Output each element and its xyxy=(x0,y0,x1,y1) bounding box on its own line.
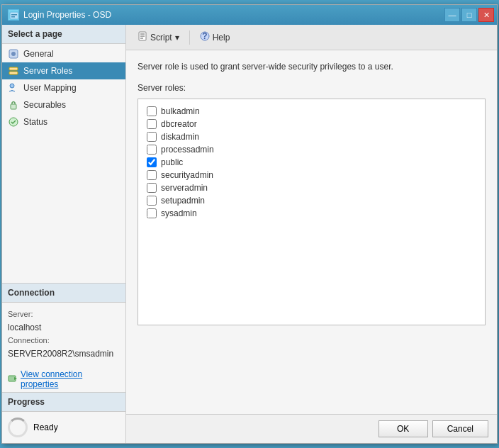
sidebar-item-server-roles-label: Server Roles xyxy=(23,66,72,76)
nav-list: General Server Roles User Mapping xyxy=(2,44,125,283)
user-mapping-icon xyxy=(8,82,19,94)
list-item: serveradmin xyxy=(144,181,479,194)
list-item: dbcreator xyxy=(144,118,479,130)
window-title: Login Properties - OSD xyxy=(23,10,111,20)
connection-label: Connection: xyxy=(8,335,120,347)
serveradmin-checkbox[interactable] xyxy=(147,183,157,193)
svg-rect-0 xyxy=(10,12,18,19)
titlebar-left: Login Properties - OSD xyxy=(8,9,111,21)
status-icon xyxy=(8,116,19,128)
public-checkbox[interactable] xyxy=(147,157,157,167)
toolbar-separator xyxy=(189,30,190,45)
sysadmin-label[interactable]: sysadmin xyxy=(161,208,197,218)
window-icon xyxy=(8,9,19,21)
maximize-button[interactable]: □ xyxy=(461,8,477,22)
serveradmin-label[interactable]: serveradmin xyxy=(161,183,208,193)
left-panel: Select a page General Server Roles xyxy=(2,25,126,443)
public-label[interactable]: public xyxy=(161,157,183,167)
progress-info: Ready xyxy=(2,412,125,443)
help-button[interactable]: ? Help xyxy=(194,29,236,45)
list-item: setupadmin xyxy=(144,194,479,207)
list-item: sysadmin xyxy=(144,207,479,220)
connection-section: Connection Server: localhost Connection:… xyxy=(2,283,125,392)
general-icon xyxy=(8,48,19,60)
server-label: Server: xyxy=(8,308,120,321)
connection-info: Server: localhost Connection: SERVER2008… xyxy=(2,303,125,366)
progress-header: Progress xyxy=(2,393,125,412)
select-page-header: Select a page xyxy=(2,25,125,44)
dbcreator-checkbox[interactable] xyxy=(147,119,157,129)
progress-status: Ready xyxy=(33,422,58,432)
sidebar-item-securables[interactable]: Securables xyxy=(2,96,125,113)
main-content: Server role is used to grant server-wide… xyxy=(126,50,497,414)
svg-rect-1 xyxy=(11,14,17,16)
toolbar: Script ▾ ? Help xyxy=(126,25,497,50)
list-item: bulkadmin xyxy=(144,105,479,118)
window-body: Select a page General Server Roles xyxy=(2,25,497,443)
view-connection-text: View connection properties xyxy=(21,369,120,389)
cancel-button[interactable]: Cancel xyxy=(432,420,488,437)
progress-spinner xyxy=(8,418,28,437)
dbcreator-label[interactable]: dbcreator xyxy=(161,119,197,129)
right-panel: Script ▾ ? Help Server role is used to g… xyxy=(126,25,497,443)
securityadmin-checkbox[interactable] xyxy=(147,170,157,180)
help-label: Help xyxy=(213,33,230,43)
server-roles-box: bulkadmin dbcreator diskadmin processadm… xyxy=(138,99,486,325)
connection-value: SERVER2008R2\smsadmin xyxy=(8,347,120,361)
bulkadmin-label[interactable]: bulkadmin xyxy=(161,106,200,116)
script-icon xyxy=(138,31,147,43)
list-item: processadmin xyxy=(144,143,479,156)
help-icon: ? xyxy=(200,31,210,43)
minimize-button[interactable]: — xyxy=(444,8,460,22)
svg-rect-2 xyxy=(11,16,15,18)
svg-rect-5 xyxy=(9,67,18,70)
sidebar-item-status-label: Status xyxy=(23,117,47,127)
list-item: diskadmin xyxy=(144,130,479,143)
server-value: localhost xyxy=(8,321,120,335)
sidebar-item-user-mapping-label: User Mapping xyxy=(23,83,77,93)
view-connection-link[interactable]: View connection properties xyxy=(2,366,125,392)
diskadmin-checkbox[interactable] xyxy=(147,132,157,142)
bottom-bar: OK Cancel xyxy=(126,414,497,443)
sidebar-item-server-roles[interactable]: Server Roles xyxy=(2,62,125,79)
setupadmin-label[interactable]: setupadmin xyxy=(161,196,205,206)
script-dropdown-icon: ▾ xyxy=(175,33,179,43)
server-roles-icon xyxy=(8,65,19,77)
main-window: Login Properties - OSD — □ ✕ Select a pa… xyxy=(1,4,498,444)
securables-icon xyxy=(8,99,19,111)
svg-point-4 xyxy=(11,52,16,56)
svg-rect-8 xyxy=(11,104,16,109)
svg-point-7 xyxy=(10,84,14,88)
titlebar: Login Properties - OSD — □ ✕ xyxy=(2,5,497,25)
connection-header: Connection xyxy=(2,284,125,303)
view-connection-icon xyxy=(8,374,18,386)
sidebar-item-general[interactable]: General xyxy=(2,45,125,62)
sidebar-item-general-label: General xyxy=(23,49,54,59)
close-button[interactable]: ✕ xyxy=(478,8,494,22)
securityadmin-label[interactable]: securityadmin xyxy=(161,170,213,180)
svg-rect-6 xyxy=(9,72,18,74)
processadmin-label[interactable]: processadmin xyxy=(161,145,214,155)
sidebar-item-securables-label: Securables xyxy=(23,100,66,110)
bulkadmin-checkbox[interactable] xyxy=(147,106,157,116)
sidebar-item-user-mapping[interactable]: User Mapping xyxy=(2,79,125,96)
list-item: public xyxy=(144,156,479,169)
list-item: securityadmin xyxy=(144,169,479,181)
ok-button[interactable]: OK xyxy=(379,420,428,437)
processadmin-checkbox[interactable] xyxy=(147,145,157,155)
svg-text:?: ? xyxy=(202,31,207,41)
progress-section: Progress Ready xyxy=(2,392,125,443)
description-text: Server role is used to grant server-wide… xyxy=(138,62,486,72)
sidebar-item-status[interactable]: Status xyxy=(2,113,125,130)
script-label: Script xyxy=(150,33,172,43)
script-button[interactable]: Script ▾ xyxy=(132,29,185,45)
setupadmin-checkbox[interactable] xyxy=(147,196,157,206)
titlebar-buttons: — □ ✕ xyxy=(444,8,494,22)
diskadmin-label[interactable]: diskadmin xyxy=(161,132,199,142)
sysadmin-checkbox[interactable] xyxy=(147,208,157,218)
roles-label: Server roles: xyxy=(138,83,486,93)
